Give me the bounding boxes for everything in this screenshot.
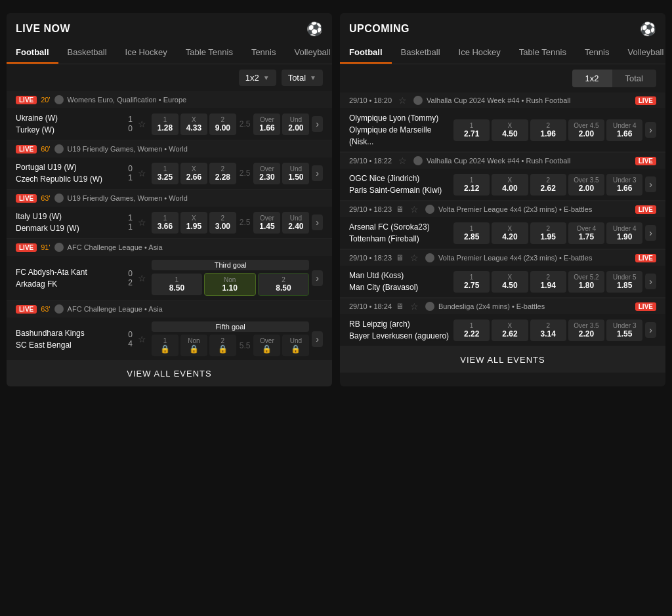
odd-over[interactable]: Over 1.45 [253, 212, 280, 234]
odd-over[interactable]: Over 3.5 2.00 [568, 174, 604, 195]
odd-2[interactable]: 2 2.62 [530, 174, 566, 195]
star-icon[interactable]: ☆ [408, 301, 421, 312]
total-sep: 2.5 [238, 169, 252, 178]
odd-2[interactable]: 2 2.28 [209, 163, 236, 184]
odd-under[interactable]: Und 1.50 [282, 163, 309, 184]
odd-over[interactable]: Over 2.30 [253, 163, 280, 184]
odd-2[interactable]: 2 1.95 [530, 222, 566, 244]
upcoming-header: UPCOMING ⚽ [340, 13, 665, 42]
odd-2[interactable]: 2 1.94 [530, 271, 566, 293]
odd-under[interactable]: Under 5 1.85 [606, 271, 642, 293]
odd-over[interactable]: Over 1.66 [253, 113, 280, 135]
upcoming-event-group-4: 29/10 • 18:23 🖥 ☆ Volta Premier League 4… [340, 250, 665, 298]
expand-btn[interactable]: › [645, 176, 656, 192]
expand-btn[interactable]: › [645, 322, 656, 338]
tab-tennis-upcoming[interactable]: Tennis [576, 42, 619, 64]
odd-1[interactable]: 1 2.71 [453, 119, 490, 141]
odd-over[interactable]: Over 4.5 2.00 [568, 119, 604, 141]
odds-group-3: 1 3.66 X 1.95 2 3.00 2.5 Over 1.45 [152, 212, 309, 234]
view-all-upcoming[interactable]: VIEW ALL EVENTS [340, 347, 665, 373]
odd-1[interactable]: 1 3.66 [152, 212, 178, 234]
view-all-live[interactable]: VIEW ALL EVENTS [7, 361, 332, 386]
star-icon[interactable]: ☆ [135, 217, 149, 228]
star-icon[interactable]: ☆ [135, 273, 149, 283]
odd-under[interactable]: Under 3 1.55 [606, 319, 642, 341]
star-icon[interactable]: ☆ [135, 119, 149, 129]
odd-x[interactable]: Non 1.10 [204, 273, 256, 296]
tab-football[interactable]: Football [7, 42, 58, 64]
tab-table-tennis[interactable]: Table Tennis [177, 42, 242, 64]
expand-btn[interactable]: › [312, 270, 323, 286]
upcoming-league-row-2: 29/10 • 18:22 ☆ Valhalla Cup 2024 Week #… [340, 153, 665, 169]
star-icon[interactable]: ☆ [396, 155, 410, 166]
odd-x[interactable]: X 4.50 [492, 271, 528, 293]
odd-under[interactable]: Und 2.40 [282, 212, 309, 234]
league-flag [413, 156, 423, 165]
odd-1[interactable]: 1 8.50 [152, 274, 202, 295]
star-icon[interactable]: ☆ [408, 204, 421, 215]
odds-1x2-toggle[interactable]: 1x2 [572, 70, 612, 87]
odds-total-selector[interactable]: Total ▼ [282, 70, 323, 86]
odd-x[interactable]: X 4.33 [180, 113, 207, 135]
odd-x[interactable]: X 2.62 [492, 319, 528, 341]
odd-under[interactable]: Under 4 1.66 [606, 119, 642, 141]
expand-btn[interactable]: › [645, 122, 656, 138]
tab-basketball[interactable]: Basketball [58, 42, 116, 64]
expand-btn[interactable]: › [645, 274, 656, 289]
odd-over[interactable]: Over 5.2 1.80 [568, 271, 604, 293]
live-badge: LIVE [16, 305, 37, 314]
tab-ice-hockey-upcoming[interactable]: Ice Hockey [450, 42, 510, 64]
minute-3: 63' [41, 194, 50, 202]
odd-under[interactable]: Und 2.00 [282, 113, 309, 135]
odd-1[interactable]: 1 2.75 [453, 271, 490, 293]
odds-group-1: 1 1.28 X 4.33 2 9.00 2.5 Over 1.66 [152, 113, 309, 135]
odd-over[interactable]: Over 3.5 2.20 [568, 319, 604, 341]
star-icon[interactable]: ☆ [408, 253, 421, 263]
odd-x[interactable]: X 4.20 [492, 222, 528, 244]
expand-btn[interactable]: › [645, 225, 656, 241]
odd-2[interactable]: 2 3.14 [530, 319, 566, 341]
odd-x-locked: Non 🔒 [180, 335, 207, 356]
odds-total-toggle[interactable]: Total [612, 70, 656, 87]
expand-btn[interactable]: › [312, 165, 323, 181]
expand-btn[interactable]: › [312, 116, 323, 132]
tab-volleyball[interactable]: Volleyball [285, 42, 332, 64]
tab-tennis[interactable]: Tennis [242, 42, 285, 64]
odd-1[interactable]: 1 2.22 [453, 319, 490, 341]
odds-group-2: 1 3.25 X 2.66 2 2.28 2.5 Over 2.30 [152, 163, 309, 184]
odd-2[interactable]: 2 8.50 [258, 273, 310, 296]
odd-1[interactable]: 1 2.12 [453, 174, 490, 195]
odd-1[interactable]: 1 2.85 [453, 222, 490, 244]
upcoming-event-group-2: 29/10 • 18:22 ☆ Valhalla Cup 2024 Week #… [340, 153, 665, 201]
odd-x[interactable]: X 1.95 [180, 212, 207, 234]
odd-x[interactable]: X 4.00 [492, 174, 528, 195]
star-icon[interactable]: ☆ [135, 168, 149, 178]
odd-over[interactable]: Over 4 1.75 [568, 222, 604, 244]
tab-table-tennis-upcoming[interactable]: Table Tennis [510, 42, 576, 64]
odd-x[interactable]: X 2.66 [180, 163, 207, 184]
odd-1[interactable]: 1 3.25 [152, 163, 178, 184]
star-icon[interactable]: ☆ [396, 95, 410, 106]
odd-2[interactable]: 2 1.96 [530, 119, 566, 141]
monitor-icon: 🖥 [396, 302, 404, 311]
odd-1[interactable]: 1 1.28 [152, 113, 178, 135]
star-icon[interactable]: ☆ [135, 334, 149, 344]
tab-volleyball-upcoming[interactable]: Volleyball [618, 42, 665, 64]
odd-x[interactable]: X 4.50 [492, 119, 528, 141]
league-flag [54, 194, 64, 203]
tab-football-upcoming[interactable]: Football [340, 42, 392, 64]
odd-2[interactable]: 2 3.00 [209, 212, 236, 234]
upcoming-event-row-2: OGC Nice (Jindrich) Paris Saint-Germain … [340, 169, 665, 201]
tab-basketball-upcoming[interactable]: Basketball [392, 42, 450, 64]
total-sep: 2.5 [238, 218, 252, 227]
live-badge-upcoming: LIVE [635, 205, 656, 214]
expand-btn[interactable]: › [312, 331, 323, 347]
odd-under[interactable]: Under 3 1.66 [606, 174, 642, 195]
odd-under[interactable]: Under 4 1.90 [606, 222, 642, 244]
tab-ice-hockey[interactable]: Ice Hockey [116, 42, 177, 64]
odd-2[interactable]: 2 9.00 [209, 113, 236, 135]
live-badge: LIVE [16, 96, 37, 104]
expand-btn[interactable]: › [312, 215, 323, 230]
odds-1x2-selector[interactable]: 1x2 ▼ [239, 70, 276, 86]
event-group-3: LIVE 63' U19 Friendly Games, Women • Wor… [7, 190, 332, 239]
